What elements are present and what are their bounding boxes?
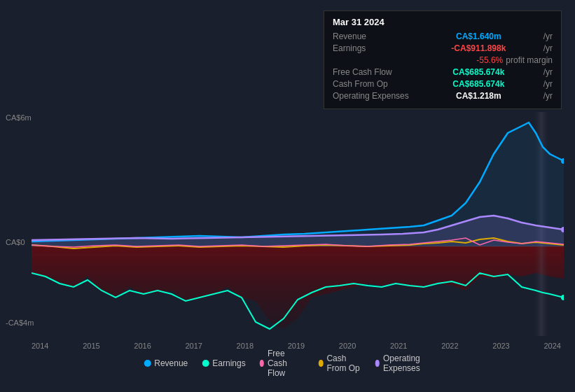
legend-dot-opex: [375, 360, 380, 367]
tooltip-margin-value: -55.6%: [476, 55, 503, 65]
legend-label-cfo: Cash From Op: [326, 354, 361, 373]
tooltip-row-earnings: Earnings -CA$911.898k /yr: [333, 43, 553, 53]
legend-label-fcf: Free Cash Flow: [268, 349, 305, 378]
x-label-2015: 2015: [83, 342, 99, 350]
tooltip-row-cfo: Cash From Op CA$685.674k /yr: [333, 79, 553, 89]
legend-dot-earnings: [202, 360, 209, 367]
svg-point-4: [561, 295, 564, 300]
chart-svg: [32, 112, 564, 336]
tooltip: Mar 31 2024 Revenue CA$1.640m /yr Earnin…: [324, 10, 562, 109]
tooltip-value-earnings: -CA$911.898k: [451, 43, 506, 53]
tooltip-row-fcf: Free Cash Flow CA$685.674k /yr: [333, 67, 553, 77]
tooltip-date: Mar 31 2024: [333, 17, 553, 27]
tooltip-margin-label: profit margin: [506, 55, 553, 65]
y-label-mid: CA$0: [6, 238, 25, 246]
legend-item-fcf[interactable]: Free Cash Flow: [260, 349, 305, 378]
y-label-top: CA$6m: [6, 113, 32, 122]
tooltip-value-fcf: CA$685.674k: [452, 67, 504, 77]
tooltip-unit-cfo: /yr: [543, 79, 553, 89]
x-label-2023: 2023: [492, 342, 509, 350]
tooltip-row-revenue: Revenue CA$1.640m /yr: [333, 31, 553, 41]
tooltip-value-opex: CA$1.218m: [456, 91, 501, 101]
tooltip-value-revenue: CA$1.640m: [456, 31, 501, 41]
tooltip-unit-revenue: /yr: [543, 31, 553, 41]
tooltip-label-revenue: Revenue: [333, 31, 417, 41]
tooltip-row-opex: Operating Expenses CA$1.218m /yr: [333, 91, 553, 101]
tooltip-unit-opex: /yr: [543, 91, 553, 101]
chart-legend: Revenue Earnings Free Cash Flow Cash Fro…: [144, 349, 431, 378]
tooltip-value-cfo: CA$685.674k: [452, 79, 504, 89]
tooltip-unit-earnings: /yr: [543, 43, 553, 53]
y-label-bot: -CA$4m: [6, 318, 34, 327]
x-label-2022: 2022: [441, 342, 458, 350]
tooltip-row-margin: -55.6% profit margin: [333, 55, 553, 65]
legend-label-revenue: Revenue: [154, 358, 188, 368]
tooltip-label-cfo: Cash From Op: [333, 79, 417, 89]
chart-container: Mar 31 2024 Revenue CA$1.640m /yr Earnin…: [0, 0, 575, 392]
legend-label-earnings: Earnings: [212, 358, 245, 368]
tooltip-label-opex: Operating Expenses: [333, 91, 417, 101]
tooltip-label-fcf: Free Cash Flow: [333, 67, 417, 77]
legend-item-opex[interactable]: Operating Expenses: [375, 354, 431, 373]
legend-item-earnings[interactable]: Earnings: [202, 358, 245, 368]
tooltip-unit-fcf: /yr: [543, 67, 553, 77]
tooltip-label-earnings: Earnings: [333, 43, 417, 53]
legend-item-cfo[interactable]: Cash From Op: [319, 354, 361, 373]
legend-dot-revenue: [144, 360, 151, 367]
legend-dot-cfo: [319, 360, 323, 367]
legend-label-opex: Operating Expenses: [383, 354, 431, 373]
x-label-2024: 2024: [543, 342, 560, 350]
legend-item-revenue[interactable]: Revenue: [144, 358, 188, 368]
legend-dot-fcf: [260, 360, 264, 367]
x-label-2014: 2014: [32, 342, 48, 350]
